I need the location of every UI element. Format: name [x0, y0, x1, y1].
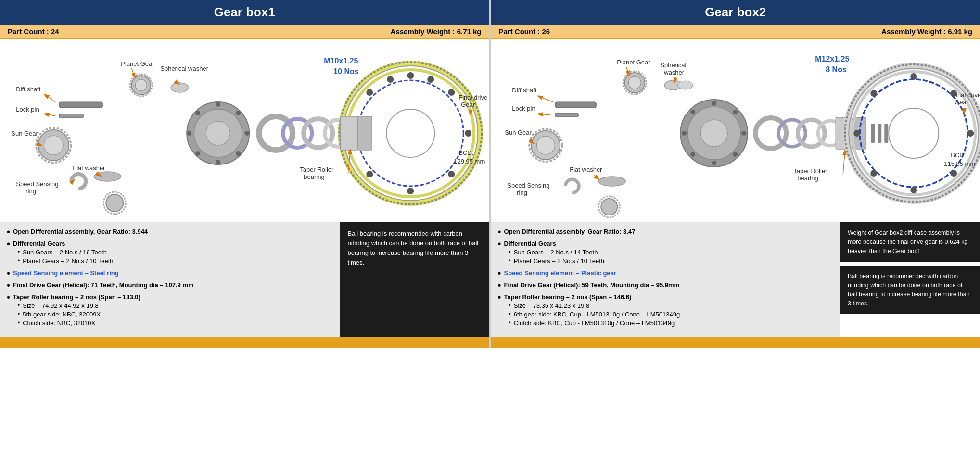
svg-point-106 [889, 108, 939, 158]
svg-point-13 [216, 102, 220, 107]
svg-point-34 [448, 171, 455, 177]
sub-text-5-2: 5th gear side: NBC, 32009X [23, 311, 101, 318]
spec2-item-2: • Differential Gears • Sun Gears – 2 No.… [498, 240, 834, 266]
sub2-bullet-2-2: • [509, 257, 511, 264]
svg-text:Planet Gear: Planet Gear [617, 59, 650, 66]
columns-wrapper: Gear box1 Part Count : 24 Assembly Weigh… [0, 0, 980, 348]
gearbox2-diagram-area: Diff shaft Lock pin Sun Gear Planet Gear… [491, 39, 980, 222]
spec-text-4: Final Drive Gear (Helical): 71 Teeth, Mo… [13, 281, 193, 289]
gearbox2-black-note-bottom: Ball bearing is recommended with carbon … [840, 266, 980, 314]
svg-text:Spherical washer: Spherical washer [160, 65, 208, 72]
svg-text:Gear: Gear [461, 101, 475, 108]
bullet2-4: • [498, 280, 501, 290]
svg-text:ring: ring [517, 189, 527, 196]
spec-item-3: • Speed Sensing element – Steel ring [7, 269, 333, 278]
spec-item-5: • Taper Roller bearing – 2 nos (Span – 1… [7, 293, 333, 328]
svg-text:Sun Gear: Sun Gear [11, 130, 38, 137]
svg-text:BCD:: BCD: [458, 149, 473, 156]
gearbox1-specs: • Open Differential assembly, Gear Ratio… [0, 222, 340, 337]
spec2-block-5: Taper Roller bearing – 2 nos (Span – 146… [504, 293, 680, 328]
svg-text:Flat washer: Flat washer [73, 164, 105, 172]
gearbox2-header: Gear box2 [491, 0, 980, 25]
svg-rect-44 [340, 116, 357, 150]
svg-text:BCD:: BCD: [951, 152, 966, 159]
page-container: Gear box1 Part Count : 24 Assembly Weigh… [0, 0, 980, 348]
gearbox2-part-count-bar: Part Count : 26 Assembly Weight : 6.91 k… [491, 25, 980, 39]
svg-point-92 [690, 110, 695, 114]
svg-point-84 [700, 120, 727, 147]
sub2-item-5-2: • 6th gear side: KBC, Cup - LM501310g / … [509, 311, 680, 318]
svg-rect-45 [357, 116, 372, 150]
svg-point-31 [407, 72, 414, 79]
svg-point-41 [94, 172, 121, 181]
bullet2-3: • [498, 268, 501, 278]
bullet2-2: • [498, 239, 501, 249]
bullet-4: • [7, 280, 10, 290]
svg-point-17 [216, 160, 220, 164]
spec-block-5: Taper Roller bearing – 2 nos (Span – 133… [13, 293, 140, 328]
svg-point-9 [171, 83, 188, 92]
spec-text-1: Open Differential assembly, Gear Ratio: … [13, 228, 148, 235]
sub-bullet-5-1: • [18, 302, 20, 309]
gearbox1-orange-bar [0, 337, 489, 348]
sub-text-5-3: Clutch side: NBC, 32010X [23, 319, 95, 327]
spec-block-2: Differential Gears • Sun Gears – 2 No.s … [13, 240, 114, 266]
svg-text:Lock pin: Lock pin [512, 105, 535, 112]
gearbox2-part-count: Part Count : 26 [499, 27, 550, 36]
spec-sub-list-5: • Size – 74.92 x 44.92 x 19.8 • 5th gear… [18, 302, 140, 327]
gearbox2-orange-bar [491, 337, 980, 348]
svg-rect-99 [871, 124, 875, 143]
sub2-text-5-3: Clutch side: KBC, Cup - LM501310g / Cone… [514, 319, 675, 327]
sub2-bullet-5-2: • [509, 311, 511, 317]
sub-text-2-1: Sun Gears – 2 No.s / 16 Teeth [23, 249, 107, 256]
spec-text-2: Differential Gears [13, 240, 65, 247]
spec2-item-3: • Speed Sensing element – Plastic gear [498, 269, 834, 278]
sub-item-5-1: • Size – 74.92 x 44.92 x 19.8 [18, 302, 140, 309]
svg-text:Lock pin: Lock pin [16, 106, 39, 113]
svg-text:M12x1.25: M12x1.25 [815, 55, 849, 63]
spec2-item-1: • Open Differential assembly, Gear Ratio… [498, 228, 834, 237]
sub-bullet-2-2: • [18, 257, 20, 264]
gearbox1-black-note: Ball bearing is recommended with carbon … [340, 222, 489, 337]
svg-point-20 [195, 111, 200, 115]
svg-point-91 [682, 131, 687, 136]
svg-point-32 [448, 89, 455, 96]
gearbox1-part-count-bar: Part Count : 24 Assembly Weight : 6.71 k… [0, 25, 489, 39]
gearbox1-part-count: Part Count : 24 [8, 27, 59, 36]
spec-text-3: Speed Sensing element – Steel ring [13, 269, 119, 277]
bullet-5: • [7, 292, 10, 302]
spec2-text-1: Open Differential assembly, Gear Ratio: … [504, 228, 636, 235]
svg-rect-101 [884, 124, 888, 143]
svg-text:Flat washer: Flat washer [570, 166, 602, 173]
svg-point-7 [135, 79, 147, 91]
svg-text:bearing: bearing [304, 173, 324, 180]
gearbox2-title: Gear box2 [705, 5, 766, 19]
gearbox1-header: Gear box1 [0, 0, 489, 25]
gearbox1-diagram-svg: Diff shaft Lock pin Sun Gear Planet Gear… [0, 39, 489, 222]
svg-text:Taper Roller: Taper Roller [300, 166, 334, 173]
gearbox1-note-col: Ball bearing is recommended with carbon … [340, 222, 489, 337]
svg-point-85 [712, 101, 716, 106]
svg-text:ring: ring [25, 188, 36, 195]
svg-point-112 [910, 187, 917, 193]
gearbox2-column: Gear box2 Part Count : 26 Assembly Weigh… [491, 0, 980, 348]
sub2-text-2-1: Sun Gears – 2 No.s / 14 Teeth [514, 249, 598, 256]
sub2-text-5-2: 6th gear side: KBC, Cup - LM501310g / Co… [514, 311, 680, 318]
bullet2-1: • [498, 227, 501, 237]
sub2-item-5-3: • Clutch side: KBC, Cup - LM501310g / Co… [509, 319, 680, 327]
svg-text:bearing: bearing [797, 175, 818, 182]
sub-item-2-1: • Sun Gears – 2 No.s / 16 Teeth [18, 249, 114, 256]
spec2-text-5: Taper Roller bearing – 2 nos (Span – 146… [504, 293, 632, 301]
spec-item-1: • Open Differential assembly, Gear Ratio… [7, 228, 333, 237]
svg-rect-2 [59, 114, 83, 118]
svg-point-16 [236, 151, 241, 156]
spec2-text-4: Final Drive Gear (Helical): 59 Teeth, Mo… [504, 281, 680, 289]
svg-text:Final drive: Final drive [458, 94, 487, 101]
sub2-item-2-1: • Sun Gears – 2 No.s / 14 Teeth [509, 249, 605, 256]
svg-point-81 [677, 81, 693, 89]
svg-point-4 [44, 136, 63, 155]
svg-text:Speed Sensing: Speed Sensing [507, 182, 549, 189]
svg-text:10 Nos: 10 Nos [333, 67, 359, 76]
svg-point-86 [733, 110, 738, 114]
svg-point-40 [387, 76, 394, 83]
